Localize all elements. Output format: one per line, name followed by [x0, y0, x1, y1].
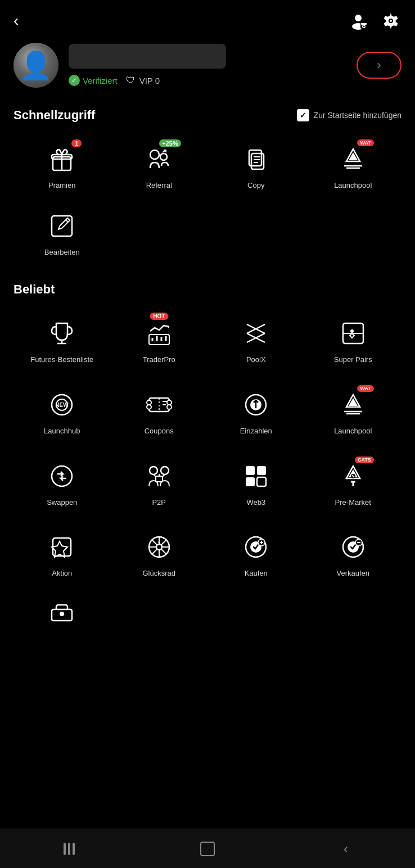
aktion-item[interactable]: Aktion: [13, 521, 111, 587]
referral-icon: [145, 144, 174, 174]
praemien-item[interactable]: 1 Prämien: [13, 133, 111, 200]
back-nav-button[interactable]: ‹: [329, 838, 363, 860]
traderpro-item[interactable]: HOT TraderPro: [111, 307, 208, 374]
svg-point-0: [355, 15, 362, 21]
add-to-home-action[interactable]: ✓ Zur Startseite hinzufügen: [297, 109, 402, 121]
sell-icon: [339, 532, 368, 562]
glucksrad-item[interactable]: Glücksrad: [111, 521, 208, 587]
copy-label: Copy: [247, 181, 264, 191]
premarket-icon: [339, 462, 368, 491]
profile-icon-button[interactable]: [348, 10, 369, 31]
superpairs-icon: [339, 319, 368, 348]
popular-items: Futures-Bestenliste HOT TraderPro: [9, 307, 406, 588]
kaufen-icon-box: [238, 530, 273, 564]
svg-text:NEW: NEW: [56, 402, 69, 408]
glucksrad-label: Glücksrad: [142, 569, 175, 578]
coupons-label: Coupons: [145, 427, 174, 436]
quick-access-items: 1 Prämien +25%: [9, 133, 406, 200]
svg-point-70: [156, 544, 162, 550]
verified-badge: ✓ Verifiziert: [69, 75, 118, 86]
aktion-icon: [47, 532, 76, 562]
bearbeiten-icon-box: [44, 209, 79, 243]
deposit-icon: [241, 390, 270, 419]
referral-label: Referral: [146, 181, 172, 191]
svg-marker-68: [52, 541, 67, 557]
quick-access-grid: 1 Prämien +25%: [0, 133, 415, 266]
verkaufen-label: Verkaufen: [336, 569, 369, 578]
svg-line-57: [154, 474, 156, 477]
svg-point-43: [147, 405, 151, 409]
profile-icon: [349, 12, 367, 30]
svg-point-53: [150, 467, 157, 474]
home-button[interactable]: [191, 838, 224, 860]
launchpool2-item[interactable]: WAT Launchpool: [305, 378, 402, 445]
gift-icon: [47, 144, 76, 174]
svg-line-77: [161, 540, 166, 545]
avatar: [13, 43, 58, 88]
buy-icon: [241, 532, 270, 562]
launchpool1-item[interactable]: WAT Launchpool: [305, 133, 402, 200]
extra-item[interactable]: [13, 587, 111, 634]
launchhub-item[interactable]: NEW Launchhub: [13, 378, 111, 445]
traderpro-icon-box: HOT: [142, 316, 177, 351]
quick-access-edit-row: Bearbeiten: [9, 200, 406, 266]
copy-item[interactable]: Copy: [208, 133, 305, 200]
circle-button[interactable]: ›: [357, 52, 402, 79]
swappen-icon-box: [44, 459, 79, 494]
popular-partial-row: [9, 587, 406, 634]
p2p-label: P2P: [152, 498, 166, 508]
settings-icon-button[interactable]: [380, 10, 402, 31]
poolx-icon: [241, 319, 270, 348]
back-button[interactable]: ‹: [13, 13, 19, 29]
poolx-item[interactable]: PoolX: [208, 307, 305, 374]
p2p-item[interactable]: P2P: [111, 450, 208, 517]
superpairs-icon-box: [336, 316, 371, 351]
swappen-label: Swappen: [47, 498, 77, 508]
home-icon: [200, 842, 215, 856]
extra-icon: [47, 599, 76, 629]
launchhub-icon: NEW: [47, 390, 76, 419]
futures-item[interactable]: Futures-Bestenliste: [13, 307, 111, 374]
verkaufen-item[interactable]: Verkaufen: [305, 521, 402, 587]
copy-icon: [241, 144, 270, 174]
premarket-icon-box: CATS: [336, 459, 371, 494]
coupon-icon: [145, 390, 174, 419]
edit-icon: [47, 211, 76, 241]
swap-icon: [47, 462, 76, 491]
poolx-label: PoolX: [246, 355, 266, 365]
einzahlen-icon-box: [238, 387, 273, 422]
futures-label: Futures-Bestenliste: [30, 355, 93, 365]
svg-line-75: [151, 540, 157, 545]
beliebt-title: Beliebt: [13, 282, 55, 297]
svg-point-13: [160, 153, 167, 160]
svg-point-89: [60, 612, 64, 616]
back-nav-icon: ‹: [344, 841, 348, 857]
bearbeiten-label: Bearbeiten: [44, 248, 80, 257]
bearbeiten-item[interactable]: Bearbeiten: [13, 200, 111, 266]
username-bar: [69, 44, 226, 69]
aktion-label: Aktion: [52, 569, 72, 578]
badges: ✓ Verifiziert 🛡 VIP 0: [69, 74, 357, 87]
launchpool1-badge: WAT: [357, 139, 373, 146]
web3-item[interactable]: Web3: [208, 450, 305, 517]
coupons-item[interactable]: Coupons: [111, 378, 208, 445]
superpairs-item[interactable]: Super Pairs: [305, 307, 402, 374]
praemien-label: Prämien: [48, 181, 75, 191]
referral-item[interactable]: +25% Referral: [111, 133, 208, 200]
einzahlen-item[interactable]: Einzahlen: [208, 378, 305, 445]
kaufen-item[interactable]: Kaufen: [208, 521, 305, 587]
premarket-label: Pre-Market: [335, 498, 371, 508]
launchpool2-badge: WAT: [357, 385, 373, 392]
svg-line-22: [66, 220, 68, 222]
checkbox-icon: ✓: [297, 109, 309, 121]
premarket-item[interactable]: CATS Pre-Market: [305, 450, 402, 517]
svg-point-8: [390, 20, 392, 22]
swappen-item[interactable]: Swappen: [13, 450, 111, 517]
premarket-badge: CATS: [355, 456, 374, 463]
launchpool1-icon-box: WAT: [336, 142, 371, 177]
svg-point-5: [363, 26, 365, 28]
popular-grid: Futures-Bestenliste HOT TraderPro: [0, 307, 415, 634]
aktion-icon-box: [44, 530, 79, 564]
menu-button[interactable]: [52, 838, 86, 860]
launchhub-icon-box: NEW: [44, 387, 79, 422]
